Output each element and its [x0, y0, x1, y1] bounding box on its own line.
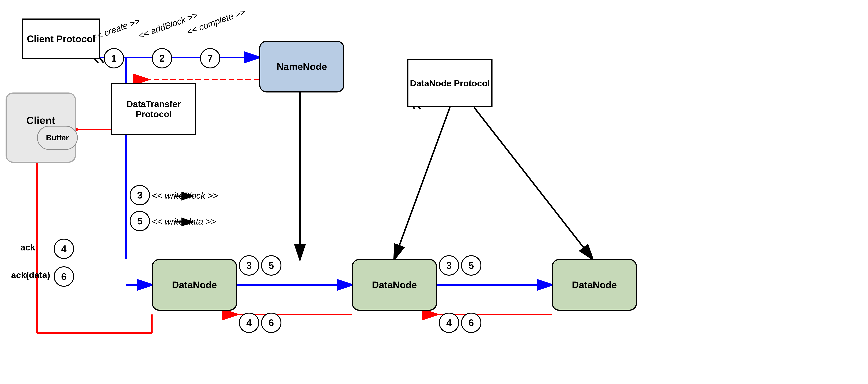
circle-6-dn12-bot: 6 [261, 313, 281, 333]
label-writedata: << write data >> [152, 216, 216, 226]
circle-5-dn12-top: 5 [261, 255, 281, 276]
circle-4-ack: 4 [54, 239, 74, 259]
circle-4-dn23-bot: 4 [439, 313, 459, 333]
svg-line-14 [394, 107, 450, 259]
circle-4-dn12-bot: 4 [239, 313, 259, 333]
circle-3-writeblock: 3 [130, 185, 150, 205]
circle-6-ackdata: 6 [54, 266, 74, 287]
circle-5-writedata: 5 [130, 211, 150, 231]
circle-3-dn12-top: 3 [239, 255, 259, 276]
label-ack: ack [20, 242, 35, 252]
client-protocol-box: Client Protocol [22, 19, 100, 59]
circle-6-dn23-bot: 6 [461, 313, 482, 333]
diagram-container: Client Protocol Client Buffer DataTransf… [0, 0, 868, 384]
label-ackdata: ack(data) [11, 270, 50, 280]
circle-3-dn23-top: 3 [439, 255, 459, 276]
circle-7: 7 [200, 48, 220, 68]
datanode-protocol-box: DataNode Protocol [407, 59, 493, 107]
datanode3-box: DataNode [552, 259, 637, 311]
circle-2: 2 [152, 48, 172, 68]
datanode1-box: DataNode [152, 259, 237, 311]
datatransfer-protocol-box: DataTransfer Protocol [111, 83, 196, 135]
buffer-box: Buffer [37, 126, 78, 150]
namenode-box: NameNode [259, 41, 344, 93]
circle-5-dn23-top: 5 [461, 255, 482, 276]
label-writeblock: << writeBlock >> [152, 190, 218, 201]
circle-1: 1 [104, 48, 124, 68]
svg-line-15 [474, 107, 592, 259]
datanode2-box: DataNode [352, 259, 437, 311]
